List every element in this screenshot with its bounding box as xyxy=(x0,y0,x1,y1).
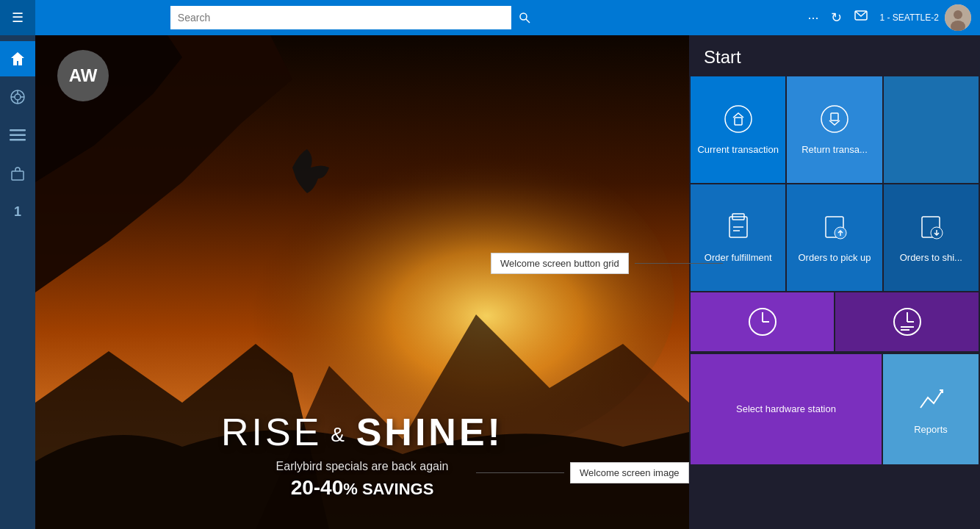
timesheet-button[interactable] xyxy=(835,292,979,351)
sidebar-item-home[interactable] xyxy=(0,41,35,76)
svg-point-4 xyxy=(954,10,962,19)
orders-pickup-label: Orders to pick up xyxy=(798,252,871,264)
reports-button[interactable]: Reports xyxy=(883,354,979,464)
select-hardware-station-button[interactable]: Select hardware station xyxy=(691,354,882,464)
middle-row-buttons: Order fulfillment Orders to pick up xyxy=(689,184,980,292)
svg-rect-13 xyxy=(10,134,26,137)
sidebar-item-menu[interactable] xyxy=(0,118,35,153)
top-row-buttons: Current transaction Return transa... xyxy=(689,76,980,184)
right-panel: Start Current transaction Return transa.… xyxy=(689,35,980,529)
tooltip-button-grid-line xyxy=(635,263,723,264)
main-content: AW RISE & SHINE! Earlybird specials are … xyxy=(35,35,980,529)
clock-icon xyxy=(747,306,778,337)
user-info: 1 - SEATTLE-2 xyxy=(880,4,971,31)
search-icon xyxy=(519,12,530,24)
orders-ship-icon xyxy=(915,211,947,243)
avatar[interactable] xyxy=(945,4,971,31)
current-transaction-button[interactable]: Current transaction xyxy=(691,76,785,183)
start-title: Start xyxy=(689,35,980,76)
return-transaction-label: Return transa... xyxy=(801,144,868,156)
menu-icon xyxy=(10,129,26,141)
earlybird-text: Earlybird specials are back again xyxy=(221,460,503,473)
welcome-image: AW RISE & SHINE! Earlybird specials are … xyxy=(35,35,689,529)
aw-logo: AW xyxy=(57,50,109,101)
svg-rect-14 xyxy=(10,139,26,141)
orders-ship-label: Orders to shi... xyxy=(900,252,962,264)
search-input[interactable] xyxy=(170,6,538,29)
orders-ship-button[interactable]: Orders to shi... xyxy=(884,184,979,291)
tooltip-image-line xyxy=(476,472,564,473)
return-transaction-icon xyxy=(818,103,851,135)
welcome-text: RISE & SHINE! Earlybird specials are bac… xyxy=(221,410,503,500)
sidebar-item-products[interactable] xyxy=(0,79,35,115)
hamburger-button[interactable]: ☰ xyxy=(0,0,35,35)
amp-text: & xyxy=(322,423,356,446)
current-transaction-label: Current transaction xyxy=(697,144,779,156)
user-store-label: 1 - SEATTLE-2 xyxy=(880,12,939,23)
current-transaction-icon xyxy=(722,103,754,135)
orders-pickup-icon xyxy=(818,211,851,243)
top-bar: ☰ ··· ↻ 1 - SEATTLE-2 xyxy=(0,0,980,35)
return-transaction-button[interactable]: Return transa... xyxy=(787,76,882,183)
timesheet-icon xyxy=(892,306,923,337)
sidebar-number-label: 1 xyxy=(14,204,21,220)
order-fulfillment-icon xyxy=(722,211,754,243)
sidebar: 1 xyxy=(0,35,35,529)
svg-point-20 xyxy=(821,106,848,132)
svg-line-1 xyxy=(526,19,530,23)
savings-pct: 20-40 xyxy=(291,476,344,499)
svg-point-18 xyxy=(725,106,752,132)
svg-point-0 xyxy=(520,13,527,20)
avatar-image xyxy=(945,4,971,31)
select-hardware-station-label: Select hardware station xyxy=(736,403,836,416)
more-button[interactable]: ··· xyxy=(807,10,818,26)
messages-button[interactable] xyxy=(854,9,868,27)
bottom-row-buttons: Select hardware station Reports xyxy=(689,353,980,464)
tooltip-image-box: Welcome screen image xyxy=(570,462,689,483)
home-icon xyxy=(10,51,26,67)
sidebar-item-number[interactable]: 1 xyxy=(0,194,35,229)
headline: RISE & SHINE! xyxy=(221,410,503,454)
shine-text: SHINE! xyxy=(356,411,503,453)
svg-rect-19 xyxy=(735,118,742,125)
reports-label: Reports xyxy=(914,424,948,436)
savings-suffix: % SAVINGS xyxy=(343,480,433,498)
refresh-button[interactable]: ↻ xyxy=(831,10,842,26)
svg-rect-12 xyxy=(10,129,26,132)
clock-row xyxy=(689,292,980,353)
bag-icon xyxy=(10,165,26,181)
hidden-third-button[interactable] xyxy=(884,76,979,183)
search-button[interactable] xyxy=(511,6,538,29)
svg-point-7 xyxy=(15,94,21,100)
products-icon xyxy=(10,89,26,105)
tooltip-button-grid: Welcome screen button grid xyxy=(491,253,723,274)
time-clock-button[interactable] xyxy=(691,292,834,351)
orders-pickup-button[interactable]: Orders to pick up xyxy=(787,184,882,291)
tooltip-button-grid-box: Welcome screen button grid xyxy=(491,253,629,274)
savings-text: 20-40% SAVINGS xyxy=(221,476,503,500)
tooltip-image: Welcome screen image xyxy=(476,462,689,483)
top-right-actions: ··· ↻ 1 - SEATTLE-2 xyxy=(807,4,970,31)
rise-text: RISE xyxy=(221,411,322,453)
reports-icon xyxy=(915,383,947,415)
svg-rect-15 xyxy=(12,171,24,180)
svg-rect-21 xyxy=(831,113,838,120)
order-fulfillment-button[interactable]: Order fulfillment xyxy=(691,184,785,291)
chat-icon xyxy=(854,9,868,24)
search-bar xyxy=(170,6,538,29)
hamburger-icon: ☰ xyxy=(12,10,24,26)
sidebar-item-orders[interactable] xyxy=(0,156,35,191)
